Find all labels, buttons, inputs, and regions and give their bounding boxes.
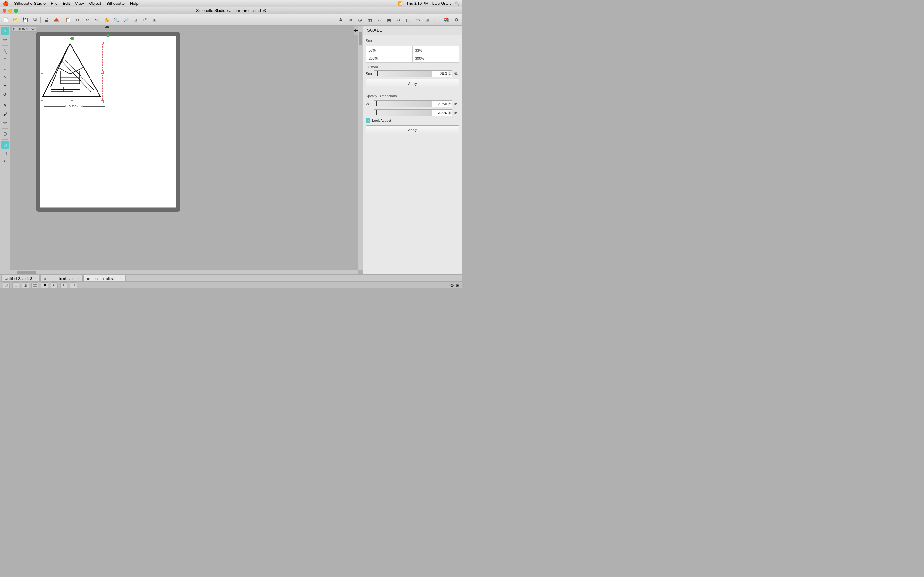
cut-button[interactable]: ✂	[73, 15, 82, 24]
status-select-btn[interactable]: ⊡	[12, 282, 19, 288]
status-undo-btn[interactable]: ↩	[60, 282, 67, 288]
zoom-in-button[interactable]: 🔍	[111, 15, 121, 24]
width-spinner-up[interactable]: ▲	[448, 102, 452, 104]
rotation-circle[interactable]	[70, 37, 74, 40]
fill-button[interactable]: ⊕	[346, 15, 355, 24]
apply-dimensions-button[interactable]: Apply	[366, 125, 459, 134]
rotation-handle[interactable]	[107, 34, 110, 37]
status-layers-btn[interactable]: □□	[31, 282, 39, 288]
star-tool[interactable]: ✦	[1, 81, 9, 90]
status-delete-btn[interactable]: ✖	[41, 282, 48, 288]
tab-cat-ear-2[interactable]: cat_ear_circuit.stu... ✕	[83, 275, 126, 282]
height-slider[interactable]	[375, 110, 432, 116]
knife-button[interactable]: ⊞	[423, 15, 432, 24]
scale-spinner-up[interactable]: ▲	[448, 71, 452, 74]
copy-button[interactable]: 📋	[63, 15, 73, 24]
scale-number-input[interactable]	[432, 71, 447, 77]
eraser-tool[interactable]: ✏	[1, 119, 9, 127]
width-spinner-down[interactable]: ▼	[448, 104, 452, 106]
ellipse-tool[interactable]: ○	[1, 64, 9, 73]
width-slider[interactable]	[375, 101, 432, 107]
status-refresh-btn[interactable]: ↺	[70, 282, 77, 288]
height-field-row: H ▲ ▼ in	[366, 109, 459, 116]
transform-button[interactable]: ▣	[384, 15, 393, 24]
draw-tool[interactable]: ✏	[1, 35, 9, 44]
menu-edit[interactable]: Edit	[60, 1, 72, 6]
scale-slider[interactable]	[375, 71, 432, 77]
save-button[interactable]: 💾	[21, 15, 29, 24]
tab-cat-ear-1-close[interactable]: ✕	[77, 277, 79, 280]
status-add-icon[interactable]: ⊕	[456, 283, 459, 288]
tab-untitled-close[interactable]: ✕	[34, 277, 36, 280]
apply-scale-button[interactable]: Apply	[366, 79, 459, 88]
align-button[interactable]: ↔	[375, 15, 384, 24]
height-spinner-down[interactable]: ▼	[448, 113, 452, 115]
menu-silhouette[interactable]: Silhouette	[103, 1, 128, 6]
close-button[interactable]	[3, 9, 6, 13]
grid-button[interactable]: ⊞	[150, 15, 159, 24]
text-tool-btn[interactable]: A	[336, 15, 345, 24]
open-button[interactable]: 📂	[11, 15, 20, 24]
canvas-scrollbar-vertical[interactable]	[358, 26, 363, 270]
replicate-button[interactable]: ⟨⟩	[394, 15, 403, 24]
preset-33[interactable]: 33%	[413, 47, 459, 54]
paint-tool[interactable]: 🖌	[1, 110, 9, 118]
print-button[interactable]: 🖨	[42, 15, 51, 24]
send-button[interactable]: 📤	[52, 15, 61, 24]
timer-button[interactable]: ◷	[355, 15, 365, 24]
tab-cat-ear-1[interactable]: cat_ear_circuit.stu... ✕	[40, 275, 83, 282]
tab-cat-ear-2-close[interactable]: ✕	[120, 277, 122, 280]
select-tool[interactable]: ↖	[1, 27, 9, 35]
minimize-button[interactable]	[8, 9, 12, 13]
line-tool[interactable]: ╲	[1, 47, 9, 55]
settings-button[interactable]: ⚙	[452, 15, 461, 24]
tab-untitled[interactable]: Untitled-2.studio3 ✕	[1, 275, 40, 282]
status-settings-icon[interactable]: ⚙	[450, 283, 454, 288]
view-mode-1[interactable]: ⊞	[1, 141, 9, 149]
menu-file[interactable]: File	[48, 1, 60, 6]
preset-300[interactable]: 300%	[413, 54, 459, 62]
view-mode-3[interactable]: ↻	[1, 158, 9, 166]
redo-button[interactable]: ↪	[92, 15, 102, 24]
save-as-button[interactable]: 🖫	[30, 15, 39, 24]
height-spinner-up[interactable]: ▲	[448, 111, 452, 113]
status-grid-btn[interactable]: ⊞	[3, 282, 10, 288]
panel-toggle-button[interactable]: ◀▶	[354, 26, 358, 35]
layers-button[interactable]: □□	[433, 15, 441, 24]
status-replicate-btn[interactable]: ⟨⟩	[51, 282, 58, 288]
weld-button[interactable]: ◫	[404, 15, 413, 24]
hand-tool[interactable]: ✋	[102, 15, 111, 24]
horizontal-scroll-thumb[interactable]	[17, 271, 36, 274]
curve-tool[interactable]: ⟳	[1, 90, 9, 98]
menu-silhouette-studio[interactable]: Silhouette Studio	[11, 1, 48, 6]
pattern-button[interactable]: ▦	[365, 15, 374, 24]
scale-spinner-down[interactable]: ▼	[448, 74, 452, 76]
undo-button[interactable]: ↩	[83, 15, 92, 24]
menu-view[interactable]: View	[73, 1, 87, 6]
menu-help[interactable]: Help	[128, 1, 141, 6]
text-tool[interactable]: A	[1, 101, 9, 110]
lock-aspect-checkbox[interactable]: ✓	[366, 118, 370, 123]
preset-200[interactable]: 200%	[366, 54, 413, 62]
vertical-scroll-thumb[interactable]	[359, 32, 362, 45]
width-input[interactable]	[432, 101, 447, 107]
polygon-tool[interactable]: △	[1, 73, 9, 81]
library-button[interactable]: 📚	[442, 15, 451, 24]
rotate-button[interactable]: ↺	[141, 15, 150, 24]
preset-50[interactable]: 50%	[366, 47, 413, 54]
zoom-out-button[interactable]: 🔎	[121, 15, 130, 24]
canvas-scrollbar-horizontal[interactable]	[10, 270, 358, 274]
view-mode-2[interactable]: ⊡	[1, 149, 9, 157]
rect-tool[interactable]: □	[1, 55, 9, 64]
status-weld-btn[interactable]: ◫	[22, 282, 29, 288]
menu-object[interactable]: Object	[87, 1, 104, 6]
apple-logo-icon[interactable]: 🍎	[3, 0, 9, 6]
search-icon[interactable]: 🔍	[455, 1, 459, 6]
maximize-button[interactable]	[14, 9, 18, 13]
new-button[interactable]: 📄	[1, 15, 10, 24]
zoom-fit-button[interactable]: ⊡	[131, 15, 140, 24]
offset-button[interactable]: ▭	[413, 15, 422, 24]
height-input[interactable]	[432, 110, 447, 116]
scale-unit: %	[454, 72, 459, 76]
zoom-tool[interactable]: ⬡	[1, 130, 9, 138]
